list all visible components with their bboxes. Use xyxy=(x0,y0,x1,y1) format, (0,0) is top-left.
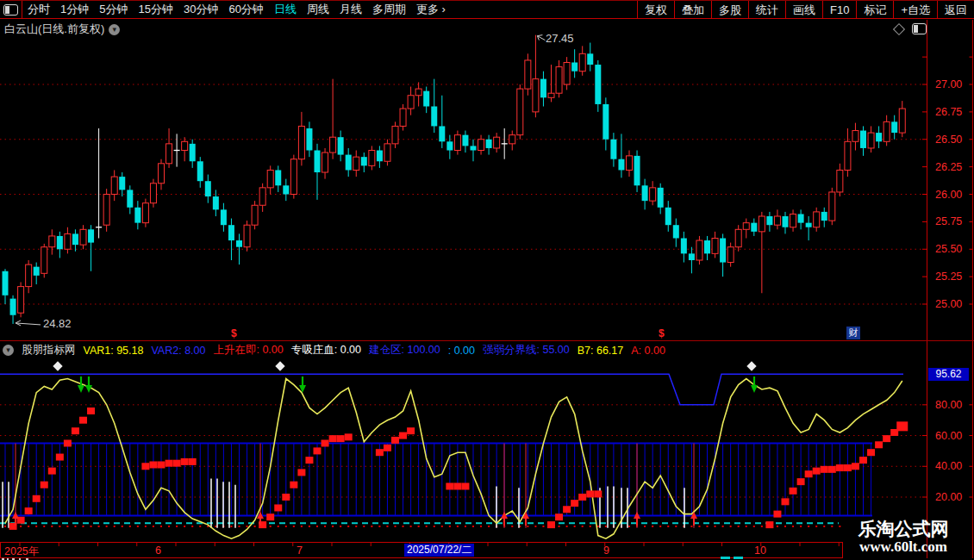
candlestick-layer xyxy=(3,35,906,324)
toolbar-button-0[interactable]: 复权 xyxy=(637,1,674,19)
date-axis-label: 9 xyxy=(603,544,609,557)
toolbar-buttons: 复权叠加多股统计画线F10标记+自选返回 xyxy=(637,1,974,19)
trading-app-window: 分时1分钟5分钟15分钟30分钟60分钟日线周线月线多周期更多 › 复权叠加多股… xyxy=(0,0,974,560)
baseline-cyan-dashed xyxy=(0,523,840,527)
chart-graphics-canvas[interactable] xyxy=(0,0,974,560)
indicator-header: ▾ 股朋指标网 VAR1: 95.18VAR2: 8.00上升在即: 0.00专… xyxy=(3,343,665,358)
period-tab-0[interactable]: 分时 xyxy=(28,2,50,17)
indicator-field-3: 专吸庄血: 0.00 xyxy=(291,343,361,358)
toolbar-button-5[interactable]: F10 xyxy=(822,1,856,19)
panel-layout-icon xyxy=(3,4,18,16)
high-price-annotation: 27.45 xyxy=(546,32,574,45)
price-axis-label: 27.00 xyxy=(935,78,962,90)
price-axis-label: 25.50 xyxy=(935,243,962,255)
indicator-fence xyxy=(0,443,872,515)
period-tab-2[interactable]: 5分钟 xyxy=(99,2,128,17)
level-100-line xyxy=(0,374,903,405)
price-axis-label: 26.00 xyxy=(935,189,962,201)
toolbar-button-2[interactable]: 多股 xyxy=(711,1,748,19)
date-axis-label: 2025年 xyxy=(4,544,39,559)
date-axis-label: 6 xyxy=(155,544,161,557)
toolbar-button-8[interactable]: 返回 xyxy=(937,1,974,19)
toolbar-button-1[interactable]: 叠加 xyxy=(674,1,711,19)
period-tab-10[interactable]: 更多 › xyxy=(416,2,446,17)
indicator-axis-label: 60.00 xyxy=(935,430,962,442)
price-axis-label: 26.50 xyxy=(935,134,962,146)
indicator-field-6: 强弱分界线: 55.00 xyxy=(483,343,570,358)
indicator-current-value-badge: 95.62 xyxy=(928,368,969,381)
dollar-marker: $ xyxy=(231,327,237,339)
diamond-icon[interactable] xyxy=(893,22,905,34)
period-tab-4[interactable]: 30分钟 xyxy=(184,2,218,17)
cai-news-marker[interactable]: 财 xyxy=(846,327,860,339)
period-tab-8[interactable]: 月线 xyxy=(340,2,362,17)
indicator-axis-label: 20.00 xyxy=(935,491,962,503)
indicator-field-0: VAR1: 95.18 xyxy=(84,345,144,357)
toolbar-button-7[interactable]: +自选 xyxy=(893,1,937,19)
period-tabs: 分时1分钟5分钟15分钟30分钟60分钟日线周线月线多周期更多 › xyxy=(28,2,446,17)
split-window-icon[interactable] xyxy=(912,23,927,34)
period-tab-5[interactable]: 60分钟 xyxy=(228,2,263,17)
indicator-field-5: : 0.00 xyxy=(448,345,475,357)
chart-titlebar: 白云山(日线.前复权) ▾ xyxy=(4,22,120,37)
var1-yellow-line xyxy=(5,379,902,539)
date-axis-label: 7 xyxy=(297,544,303,557)
toolbar-button-6[interactable]: 标记 xyxy=(856,1,893,19)
watermark-site-name: 乐淘公式网 xyxy=(843,519,964,539)
chevron-down-icon[interactable]: ▾ xyxy=(3,345,14,356)
indicator-field-2: 上升在即: 0.00 xyxy=(213,343,283,358)
period-tab-3[interactable]: 15分钟 xyxy=(138,2,172,17)
price-axis-label: 26.25 xyxy=(935,161,962,173)
low-price-annotation: 24.82 xyxy=(43,317,72,330)
watermark: 乐淘公式网 www.60lt.com xyxy=(843,519,964,555)
crosshair-date-badge: 2025/07/22/二 xyxy=(404,544,474,557)
symbol-title: 白云山(日线.前复权) xyxy=(4,22,104,37)
period-tab-6[interactable]: 日线 xyxy=(274,2,297,17)
price-axis-label: 25.75 xyxy=(935,215,962,227)
window-controls xyxy=(895,23,927,34)
period-tab-7[interactable]: 周线 xyxy=(307,2,329,17)
price-gridlines xyxy=(0,57,973,304)
red-step-line xyxy=(9,408,908,530)
chart-borders xyxy=(0,20,974,558)
dollar-marker: $ xyxy=(659,327,665,339)
period-tab-9[interactable]: 多周期 xyxy=(372,2,406,17)
indicator-name: 股朋指标网 xyxy=(22,343,76,358)
price-axis-label: 26.75 xyxy=(935,106,962,118)
indicator-axis-label: 80.00 xyxy=(935,399,962,411)
price-axis-label: 25.25 xyxy=(935,271,962,283)
date-axis-label: 10 xyxy=(754,544,766,557)
chevron-down-icon[interactable]: ▾ xyxy=(109,24,120,35)
indicator-field-8: A: 0.00 xyxy=(631,345,665,357)
panel-toggle-button[interactable] xyxy=(0,1,22,19)
indicator-field-7: B7: 66.17 xyxy=(578,345,624,357)
indicator-axis-label: 40.00 xyxy=(935,460,962,472)
period-tab-1[interactable]: 1分钟 xyxy=(60,2,89,17)
watermark-url: www.60lt.com xyxy=(843,539,964,555)
indicator-field-1: VAR2: 8.00 xyxy=(151,345,205,357)
price-axis-label: 25.00 xyxy=(935,298,962,310)
indicator-field-4: 建仓区: 100.00 xyxy=(369,343,440,358)
toolbar-button-3[interactable]: 统计 xyxy=(748,1,785,19)
top-toolbar: 分时1分钟5分钟15分钟30分钟60分钟日线周线月线多周期更多 › 复权叠加多股… xyxy=(0,0,974,19)
toolbar-button-4[interactable]: 画线 xyxy=(785,1,822,19)
